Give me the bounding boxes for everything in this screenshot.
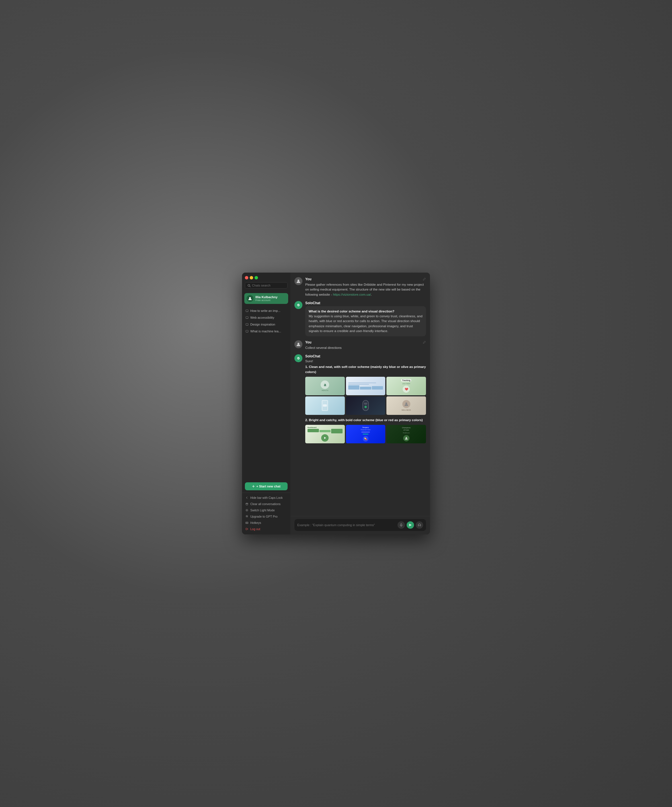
chat-messages: You Please gather references from sites …: [290, 272, 430, 516]
trash-icon: [245, 503, 248, 505]
user-avatar-icon: [296, 279, 301, 284]
input-area: [290, 516, 430, 535]
footer-clear-label: Clear all conversations: [250, 502, 281, 506]
msg-header: You: [305, 340, 426, 344]
footer-light-mode-label: Switch Light Mode: [250, 508, 275, 512]
avatar: [246, 295, 253, 302]
message-row-solo-1: SoloChat What is the desired color schem…: [294, 301, 426, 336]
grid-image-5: [346, 396, 386, 415]
sender-name: SoloChat: [305, 301, 320, 305]
chat-item-label: How to write an imp...: [250, 309, 281, 312]
chat-icon: [245, 323, 249, 326]
svg-line-1: [250, 286, 251, 287]
svg-point-8: [246, 510, 248, 511]
footer-hotkeys-label: Hotkeys: [250, 521, 261, 525]
edit-icon[interactable]: [422, 340, 426, 344]
search-input[interactable]: [252, 284, 285, 287]
footer-item-logout[interactable]: Log out: [242, 526, 290, 532]
user-avatar: [294, 277, 303, 285]
svg-rect-9: [246, 522, 248, 524]
solochat-message-1-content: SoloChat What is the desired color schem…: [305, 301, 426, 336]
footer-upgrade-label: Upgrade to GPT Pro: [250, 515, 278, 518]
window-controls: [245, 276, 288, 279]
star-icon: [245, 515, 248, 518]
chat-item-label: What is machine lea...: [250, 329, 281, 333]
chat-item-1[interactable]: How to write an imp...: [242, 307, 290, 314]
main-chat-area: You Please gather references from sites …: [290, 272, 430, 535]
app-window: Illia Kulbachny Free account How to writ…: [242, 272, 430, 535]
edit-icon[interactable]: [422, 277, 426, 281]
maximize-button[interactable]: [254, 276, 258, 279]
logout-icon: [245, 528, 248, 530]
message-row-user-2: You Collect several directions: [294, 340, 426, 350]
svg-point-16: [406, 437, 407, 438]
footer-item-light-mode[interactable]: Switch Light Mode: [242, 507, 290, 513]
svg-rect-6: [246, 330, 248, 332]
svg-rect-4: [246, 316, 248, 319]
user-message-1-text: Please gather references from sites like…: [305, 282, 426, 297]
msg-header: You: [305, 277, 426, 281]
minimize-button[interactable]: [250, 276, 253, 279]
headphone-icon: [418, 523, 421, 527]
user-avatar-icon: [296, 342, 301, 347]
send-button[interactable]: [407, 521, 414, 529]
message-row-user-1: You Please gather references from sites …: [294, 277, 426, 297]
search-box[interactable]: [245, 282, 288, 289]
footer-hide-bar-label: Hide bar with Caps Lock: [250, 496, 283, 500]
chat-icon: [245, 316, 249, 319]
solochat-bubble: What is the desired color scheme and vis…: [305, 306, 426, 336]
new-chat-label: + Start new chat: [256, 485, 281, 488]
headphone-button[interactable]: [416, 521, 423, 529]
user-avatar: [294, 340, 303, 348]
chat-item-4[interactable]: What is machine lea...: [242, 328, 290, 335]
footer-logout-label: Log out: [250, 527, 260, 531]
user-profile[interactable]: Illia Kulbachny Free account: [245, 293, 288, 304]
user-name: Illia Kulbachny: [255, 296, 286, 299]
keyboard-icon: [245, 521, 248, 524]
grid-image-1: a HEALTH: [305, 377, 345, 395]
message-row-solo-2: SoloChat Sure! 1. Clean and neat, with s…: [294, 354, 426, 446]
chat-input[interactable]: [297, 523, 396, 527]
new-chat-button[interactable]: + Start new chat: [245, 482, 288, 490]
sidebar: Illia Kulbachny Free account How to writ…: [242, 272, 290, 535]
solochat-avatar-2: [294, 354, 303, 362]
image-grid-2: Dashboard: [305, 425, 426, 443]
chat-item-3[interactable]: Design inspiration: [242, 321, 290, 328]
chat-item-label: Web accessibility: [250, 316, 274, 319]
footer-item-hotkeys[interactable]: Hotkeys: [242, 520, 290, 526]
svg-rect-7: [246, 503, 248, 505]
footer-item-hide-bar[interactable]: Hide bar with Caps Lock: [242, 495, 290, 501]
sender-name: SoloChat: [305, 354, 320, 358]
svg-point-10: [298, 279, 299, 281]
sidebar-footer: Hide bar with Caps Lock Clear all conver…: [242, 493, 290, 535]
svg-rect-5: [246, 323, 248, 325]
footer-item-upgrade[interactable]: Upgrade to GPT Pro: [242, 513, 290, 520]
solochat-message-2-content: SoloChat Sure! 1. Clean and neat, with s…: [305, 354, 426, 446]
user-info: Illia Kulbachny Free account: [255, 296, 286, 302]
chat-item-2[interactable]: Web accessibility: [242, 314, 290, 321]
svg-rect-3: [246, 310, 248, 312]
mic-icon: [399, 523, 403, 527]
chat-icon: [245, 309, 249, 312]
user-message-1-content: You Please gather references from sites …: [305, 277, 426, 297]
svg-point-2: [249, 297, 251, 299]
solochat-logo-icon: [296, 356, 300, 360]
send-icon: [409, 523, 412, 527]
grid-image-b1: Dashboard: [305, 425, 345, 443]
microphone-button[interactable]: [398, 521, 405, 529]
solochat-logo-icon: [296, 303, 300, 307]
sender-name: You: [305, 277, 311, 281]
close-button[interactable]: [245, 276, 248, 279]
solochat-message-1-text: What is the desired color scheme and vis…: [309, 309, 422, 334]
section-1-heading: 1. Clean and neat, with soft color schem…: [305, 365, 426, 374]
grid-image-b3: Championsof Care Healthcare: [386, 425, 426, 443]
svg-point-12: [298, 343, 299, 344]
grid-image-6: WELLNESS: [386, 396, 426, 415]
footer-item-clear[interactable]: Clear all conversations: [242, 501, 290, 507]
svg-point-14: [405, 403, 407, 404]
search-icon: [248, 284, 251, 287]
site-link[interactable]: https://vizionstore.com.ua/: [333, 293, 371, 296]
msg-header: SoloChat: [305, 301, 426, 305]
input-row: [294, 519, 426, 531]
svg-rect-17: [401, 523, 402, 526]
